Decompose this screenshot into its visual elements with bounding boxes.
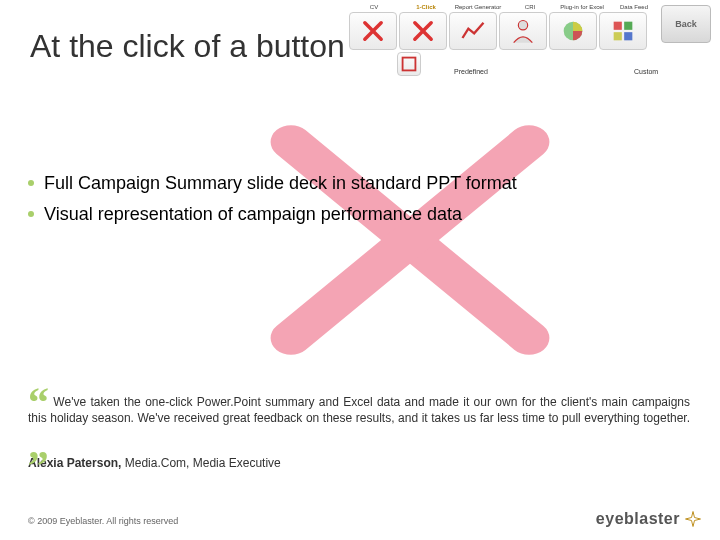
report-toolbar: CV 1-Click Report Generator CRI Plug-in … [348, 4, 712, 77]
sublabel-custom: Custom [634, 68, 658, 75]
toolbar-tile-extra[interactable] [397, 52, 421, 76]
toolbar-cat-cv[interactable]: CV [348, 4, 400, 11]
svg-rect-5 [624, 21, 632, 29]
svg-rect-8 [403, 57, 416, 70]
bullet-icon [28, 211, 34, 217]
brand-logo: eyeblaster [596, 510, 702, 528]
quote-attribution: Alexia Paterson, Media.Com, Media Execut… [28, 455, 690, 471]
svg-point-2 [518, 20, 527, 29]
footer-copyright: © 2009 Eyeblaster. All rights reserved [28, 516, 178, 526]
toolbar-tile-6[interactable] [599, 12, 647, 50]
brand-text: eyeblaster [596, 510, 680, 528]
x-icon [409, 17, 437, 45]
line-chart-icon [459, 17, 487, 45]
brand-logomark-icon [684, 510, 702, 528]
bullet-list: Full Campaign Summary slide deck in stan… [28, 168, 700, 229]
toolbar-tile-3[interactable] [449, 12, 497, 50]
svg-rect-4 [614, 21, 622, 29]
pie-chart-icon [559, 17, 587, 45]
toolbar-cat-cri[interactable]: CRI [504, 4, 556, 11]
toolbar-cat-excel[interactable]: Plug-in for Excel [556, 4, 608, 11]
toolbar-tile-1[interactable] [349, 12, 397, 50]
close-quote-icon: „ [28, 421, 49, 467]
toolbar-tile-2[interactable] [399, 12, 447, 50]
list-item: Full Campaign Summary slide deck in stan… [28, 168, 700, 199]
list-item: Visual representation of campaign perfor… [28, 199, 700, 230]
attribution-rest: Media.Com, Media Executive [121, 456, 280, 470]
x-icon [359, 17, 387, 45]
sublabel-predefined: Predefined [454, 68, 488, 75]
svg-rect-7 [624, 32, 632, 40]
open-quote-icon: “ [28, 379, 49, 425]
square-icon [398, 50, 420, 78]
toolbar-cat-1click[interactable]: 1-Click [400, 4, 452, 11]
toolbar-tile-5[interactable] [549, 12, 597, 50]
bullet-text: Visual representation of campaign perfor… [44, 199, 462, 230]
svg-rect-6 [614, 32, 622, 40]
quote-text: We've taken the one-click Power.Point su… [28, 395, 690, 425]
person-icon [509, 17, 537, 45]
bullet-text: Full Campaign Summary slide deck in stan… [44, 168, 517, 199]
toolbar-cat-reportgen[interactable]: Report Generator [452, 4, 504, 11]
puzzle-icon [609, 17, 637, 45]
bullet-icon [28, 180, 34, 186]
back-button[interactable]: Back [661, 5, 711, 43]
toolbar-cat-datafeed[interactable]: Data Feed [608, 4, 660, 11]
big-x-graphic [240, 100, 580, 380]
quote-block: “ We've taken the one-click Power.Point … [28, 392, 690, 471]
page-title: At the click of a button [30, 28, 345, 65]
toolbar-tile-4[interactable] [499, 12, 547, 50]
